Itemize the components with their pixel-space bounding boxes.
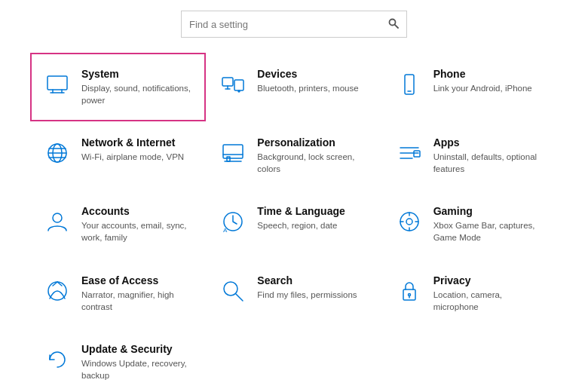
phone-subtitle: Link your Android, iPhone <box>433 82 532 94</box>
network-subtitle: Wi-Fi, airplane mode, VPN <box>81 151 184 163</box>
apps-title: Apps <box>433 136 546 149</box>
accounts-icon <box>42 207 72 237</box>
setting-item-devices[interactable]: Devices Bluetooth, printers, mouse <box>206 53 381 121</box>
setting-item-phone[interactable]: Phone Link your Android, iPhone <box>382 53 558 121</box>
ease-subtitle: Narrator, magnifier, high contrast <box>81 289 194 313</box>
time-title: Time & Language <box>257 205 345 217</box>
update-title: Update & Security <box>81 343 194 355</box>
ease-icon <box>42 276 72 306</box>
setting-item-gaming[interactable]: Gaming Xbox Game Bar, captures, Game Mod… <box>382 190 558 259</box>
setting-item-accounts[interactable]: Accounts Your accounts, email, sync, wor… <box>30 190 206 259</box>
devices-title: Devices <box>257 68 358 80</box>
search-icon <box>388 18 399 31</box>
time-icon: A <box>218 207 248 237</box>
privacy-subtitle: Location, camera, microphone <box>433 289 546 313</box>
setting-item-ease[interactable]: Ease of Access Narrator, magnifier, high… <box>30 259 206 328</box>
system-icon <box>42 69 72 100</box>
svg-point-38 <box>224 282 237 296</box>
search-box[interactable] <box>181 11 407 38</box>
gaming-title: Gaming <box>433 205 546 217</box>
phone-title: Phone <box>433 68 532 80</box>
top-bar <box>0 0 588 45</box>
search-icon <box>218 276 248 306</box>
svg-rect-40 <box>403 289 415 300</box>
svg-rect-7 <box>234 80 243 90</box>
svg-rect-20 <box>227 157 230 161</box>
svg-line-1 <box>395 24 398 27</box>
privacy-title: Privacy <box>433 274 546 286</box>
devices-subtitle: Bluetooth, printers, mouse <box>257 82 358 94</box>
svg-line-39 <box>236 294 243 301</box>
svg-point-30 <box>406 219 412 225</box>
setting-item-apps[interactable]: Apps Uninstall, defaults, optional featu… <box>382 121 558 190</box>
system-subtitle: Display, sound, notifications, power <box>81 82 194 106</box>
network-icon <box>42 138 72 168</box>
setting-item-network[interactable]: Network & Internet Wi-Fi, airplane mode,… <box>30 121 206 190</box>
update-subtitle: Windows Update, recovery, backup <box>81 357 194 381</box>
devices-icon <box>218 69 248 100</box>
svg-rect-18 <box>223 145 243 158</box>
apps-subtitle: Uninstall, defaults, optional features <box>433 151 546 175</box>
gaming-icon <box>394 207 424 237</box>
setting-item-system[interactable]: System Display, sound, notifications, po… <box>30 53 206 121</box>
setting-item-search[interactable]: Search Find my files, permissions <box>206 259 381 328</box>
apps-icon <box>394 138 424 168</box>
svg-rect-6 <box>222 78 233 86</box>
settings-grid: System Display, sound, notifications, po… <box>0 45 588 392</box>
accounts-title: Accounts <box>81 205 194 217</box>
personalization-icon <box>218 138 248 168</box>
update-icon <box>42 345 72 375</box>
setting-item-privacy[interactable]: Privacy Location, camera, microphone <box>382 259 558 328</box>
time-subtitle: Speech, region, date <box>257 219 345 231</box>
phone-icon <box>394 69 424 100</box>
search-title: Search <box>257 274 357 286</box>
ease-title: Ease of Access <box>81 274 194 286</box>
svg-rect-25 <box>414 151 420 157</box>
setting-item-update[interactable]: Update & Security Windows Update, recove… <box>30 328 206 392</box>
personalization-subtitle: Background, lock screen, colors <box>257 151 369 175</box>
personalization-title: Personalization <box>257 136 369 149</box>
svg-rect-2 <box>47 76 67 90</box>
setting-item-personalization[interactable]: Personalization Background, lock screen,… <box>206 121 381 190</box>
svg-text:A: A <box>223 227 228 234</box>
privacy-icon <box>394 276 424 306</box>
search-input[interactable] <box>189 19 388 30</box>
svg-point-26 <box>53 213 62 222</box>
search-subtitle: Find my files, permissions <box>257 289 357 301</box>
system-title: System <box>81 68 194 80</box>
network-title: Network & Internet <box>81 136 184 149</box>
setting-item-time[interactable]: A Time & Language Speech, region, date <box>206 190 381 259</box>
accounts-subtitle: Your accounts, email, sync, work, family <box>81 219 194 243</box>
svg-point-10 <box>238 90 240 92</box>
gaming-subtitle: Xbox Game Bar, captures, Game Mode <box>433 219 546 243</box>
